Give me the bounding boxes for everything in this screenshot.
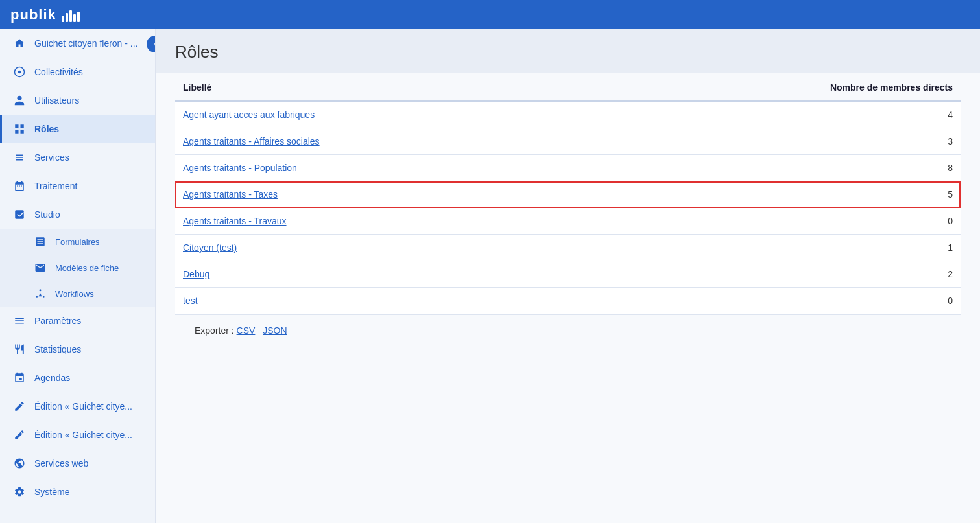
- bar4: [73, 14, 76, 22]
- table-header: Libellé Nombre de membres directs: [175, 73, 961, 101]
- role-link[interactable]: Agents traitants - Population: [183, 163, 297, 173]
- export-csv-link[interactable]: CSV: [237, 325, 256, 336]
- table-row: Agent ayant acces aux fabriques4: [175, 101, 961, 128]
- sidebar-item-label-utilisateurs: Utilisateurs: [34, 95, 79, 106]
- svg-rect-2: [15, 124, 18, 128]
- export-row: Exporter : CSV JSON: [175, 314, 961, 346]
- sidebar-item-roles[interactable]: Rôles: [0, 115, 155, 143]
- sidebar-item-label-edition1: Édition « Guichet citye...: [34, 401, 132, 412]
- sidebar-item-traitement[interactable]: Traitement: [0, 172, 155, 200]
- row-label-cell: Agents traitants - Population: [175, 155, 587, 181]
- col-label-header: Libellé: [175, 73, 587, 101]
- row-members-cell: 4: [587, 101, 961, 128]
- sidebar-item-guichet[interactable]: Guichet citoyen fleron - ...: [0, 29, 155, 58]
- sidebar-item-label-workflows: Workflows: [55, 289, 94, 299]
- table-row: Debug2: [175, 261, 961, 288]
- sidebar-item-modeles[interactable]: Modèles de fiche: [18, 255, 155, 281]
- svg-point-7: [36, 296, 38, 298]
- role-link[interactable]: Agent ayant acces aux fabriques: [183, 110, 315, 120]
- edition1-icon: [12, 399, 27, 413]
- sidebar-item-label-edition2: Édition « Guichet citye...: [34, 430, 132, 440]
- row-members-cell: 0: [587, 288, 961, 314]
- row-members-cell: 8: [587, 155, 961, 181]
- role-link[interactable]: Agents traitants - Travaux: [183, 216, 287, 226]
- roles-icon: [12, 122, 27, 136]
- main-layout: ‹ Guichet citoyen fleron - ... Collectiv…: [0, 29, 980, 523]
- row-label-cell: Debug: [175, 261, 587, 288]
- sidebar-item-label-services: Services: [34, 152, 69, 163]
- export-json-link[interactable]: JSON: [263, 325, 287, 336]
- sidebar-item-agendas[interactable]: Agendas: [0, 364, 155, 392]
- bar5: [77, 12, 80, 22]
- sidebar-item-label-formulaires: Formulaires: [55, 237, 100, 247]
- topbar: publik: [0, 0, 980, 29]
- bar2: [66, 13, 68, 22]
- roles-table-container: Libellé Nombre de membres directs Agent …: [156, 73, 980, 366]
- studio-icon: [12, 207, 27, 222]
- sidebar-item-label-statistiques: Statistiques: [34, 344, 81, 354]
- sidebar-item-workflows[interactable]: Workflows: [18, 281, 155, 307]
- sidebar-item-utilisateurs[interactable]: Utilisateurs: [0, 86, 155, 115]
- sidebar-item-label-parametres: Paramètres: [34, 316, 81, 326]
- table-row: test0: [175, 288, 961, 314]
- sidebar-item-label-collectivites: Collectivités: [34, 67, 83, 77]
- roles-table: Libellé Nombre de membres directs Agent …: [175, 73, 961, 314]
- row-label-cell: Agents traitants - Taxes: [175, 181, 587, 208]
- sidebar-item-servicesweb[interactable]: Services web: [0, 449, 155, 478]
- sidebar-item-studio[interactable]: Studio: [0, 200, 155, 229]
- table-row: Agents traitants - Taxes5: [175, 181, 961, 208]
- role-link[interactable]: Agents traitants - Affaires sociales: [183, 136, 320, 146]
- row-members-cell: 5: [587, 181, 961, 208]
- role-link[interactable]: Agents traitants - Taxes: [183, 189, 278, 200]
- sidebar-item-label-guichet: Guichet citoyen fleron - ...: [34, 38, 138, 49]
- traitement-icon: [12, 179, 27, 193]
- content-area: Rôles Libellé Nombre de membres directs …: [156, 29, 980, 523]
- sidebar: ‹ Guichet citoyen fleron - ... Collectiv…: [0, 29, 156, 523]
- role-link[interactable]: test: [183, 296, 198, 306]
- row-label-cell: Agents traitants - Travaux: [175, 208, 587, 235]
- modeles-icon: [33, 261, 47, 275]
- row-members-cell: 1: [587, 235, 961, 261]
- home-icon: [12, 36, 27, 51]
- svg-rect-5: [21, 130, 24, 134]
- bar1: [62, 16, 64, 22]
- servicesweb-icon: [12, 456, 27, 471]
- row-members-cell: 2: [587, 261, 961, 288]
- sidebar-item-statistiques[interactable]: Statistiques: [0, 335, 155, 364]
- page-title: Rôles: [175, 42, 961, 62]
- svg-point-1: [18, 71, 21, 74]
- edition2-icon: [12, 428, 27, 442]
- row-members-cell: 0: [587, 208, 961, 235]
- sidebar-item-label-roles: Rôles: [34, 124, 59, 134]
- sidebar-item-label-systeme: Système: [34, 487, 69, 497]
- sidebar-item-systeme[interactable]: Système: [0, 478, 155, 506]
- svg-point-6: [40, 289, 42, 291]
- table-row: Agents traitants - Population8: [175, 155, 961, 181]
- parametres-icon: [12, 314, 27, 328]
- logo-text: publik: [10, 6, 56, 23]
- role-link[interactable]: Debug: [183, 269, 209, 279]
- agendas-icon: [12, 371, 27, 385]
- sidebar-item-label-modeles: Modèles de fiche: [55, 263, 119, 273]
- sidebar-item-edition1[interactable]: Édition « Guichet citye...: [0, 392, 155, 421]
- role-link[interactable]: Citoyen (test): [183, 242, 237, 253]
- row-label-cell: Citoyen (test): [175, 235, 587, 261]
- sidebar-item-collectivites[interactable]: Collectivités: [0, 58, 155, 86]
- table-row: Citoyen (test)1: [175, 235, 961, 261]
- col-members-header: Nombre de membres directs: [587, 73, 961, 101]
- sidebar-item-label-agendas: Agendas: [34, 373, 70, 383]
- sidebar-item-services[interactable]: Services: [0, 143, 155, 172]
- row-label-cell: test: [175, 288, 587, 314]
- sidebar-item-formulaires[interactable]: Formulaires: [18, 229, 155, 255]
- table-body: Agent ayant acces aux fabriques4Agents t…: [175, 101, 961, 314]
- workflows-icon: [33, 286, 47, 301]
- sidebar-item-parametres[interactable]: Paramètres: [0, 307, 155, 335]
- logo: publik: [10, 6, 80, 23]
- sidebar-item-edition2[interactable]: Édition « Guichet citye...: [0, 421, 155, 449]
- page-header: Rôles: [156, 29, 980, 73]
- row-members-cell: 3: [587, 128, 961, 155]
- row-label-cell: Agent ayant acces aux fabriques: [175, 101, 587, 128]
- formulaires-icon: [33, 235, 47, 249]
- svg-rect-3: [21, 124, 24, 128]
- logo-bars-icon: [62, 8, 80, 22]
